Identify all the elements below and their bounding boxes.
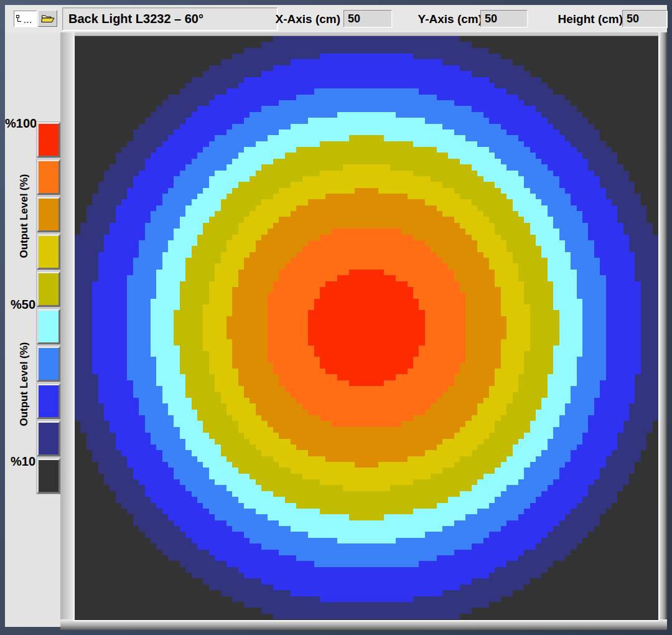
open-file-button[interactable] [38,10,57,27]
legend-swatch [37,197,60,232]
legend-swatch [37,159,60,195]
open-folder-icon [41,14,55,23]
path-glyph-icon [16,14,22,24]
device-name-text: Back Light L3232 – 60° [63,8,277,29]
xaxis-input[interactable] [343,10,392,27]
yaxis-input[interactable] [480,10,528,27]
legend-swatch [37,122,60,158]
legend-swatch [37,271,60,307]
legend-swatch [37,309,60,344]
path-control[interactable]: ... [14,11,37,27]
legend-swatch [37,383,60,419]
plot-panel-edge-left [60,32,75,624]
intensity-map [73,35,660,621]
legend-swatch [37,346,60,382]
path-ellipsis: ... [24,17,32,24]
xaxis-label: X-Axis (cm) [274,7,340,31]
plot-panel-edge-right [658,32,667,630]
legend-tick-100: %100 [5,116,35,131]
height-label: Height (cm) [553,7,623,31]
legend-tick-50: %50 [5,297,35,312]
output-level-label-lower: Output Level (%) [18,322,32,446]
toolbar: ... Back Light L3232 – 60° X-Axis (cm) Y… [5,5,667,33]
legend-swatch [37,234,60,270]
legend-swatch [37,421,60,456]
yaxis-label: Y-Axis (cm) [413,7,482,31]
legend-tick-10: %10 [5,454,35,469]
legend-swatch [37,458,60,494]
output-level-label-upper: Output Level (%) [18,154,32,278]
height-input[interactable] [622,10,667,27]
legend-swatch-column [37,122,60,496]
device-name-display: Back Light L3232 – 60° [62,7,278,31]
intensity-map-canvas [75,36,658,619]
